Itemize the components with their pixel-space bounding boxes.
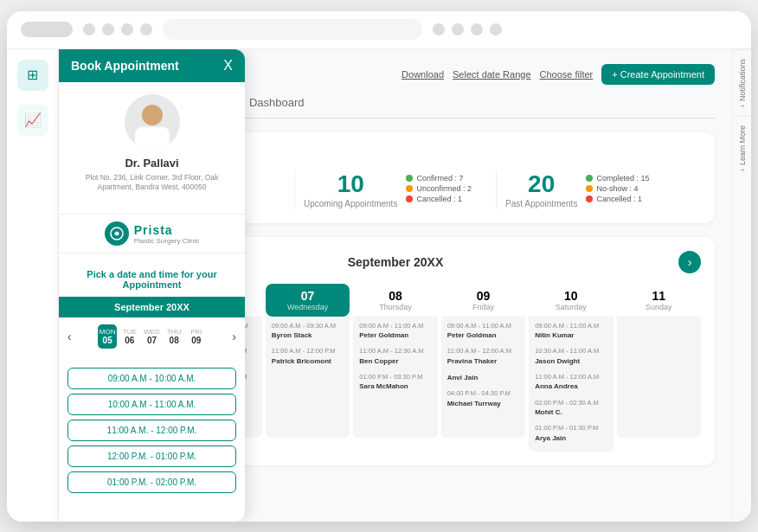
event-time: 09:00 A.M - 09:30 A.M (272, 322, 344, 331)
event-entry-08-1[interactable]: 11:00 A.M - 12:30 A.MBen Copper (357, 345, 434, 368)
day-header-11[interactable]: 11Sunday (617, 284, 701, 317)
unconfirmed-label: Unconfirmed : 2 (416, 184, 472, 193)
event-entry-09-2[interactable]: Anvi Jain (445, 371, 522, 384)
day-header-10[interactable]: 10Saturday (529, 284, 613, 317)
event-name: Pravina Thaker (447, 356, 519, 366)
app-body: ⊞ 📈 Book Appointment X Dr. Pallavi (7, 49, 751, 522)
mini-day-label: MON (100, 328, 116, 336)
event-entry-10-1[interactable]: 10:30 A.M - 11:00 A.MJason Dwight (532, 345, 609, 368)
browser-dot-8 (490, 23, 502, 35)
event-entry-10-0[interactable]: 09:00 A.M - 11:00 A.MNitin Kumar (532, 320, 609, 343)
tab-dashboard[interactable]: Dashboard (249, 96, 305, 118)
event-time: 01:00 P.M - 01:30 P.M (535, 424, 607, 433)
book-appointment-modal: Book Appointment X Dr. Pallavi Plot No. … (59, 49, 245, 522)
day-header-09[interactable]: 09Friday (441, 284, 525, 317)
browser-back-pill[interactable] (21, 22, 73, 37)
mini-day-08[interactable]: THU08 (164, 324, 184, 349)
mini-cal-prev-button[interactable]: ‹ (67, 330, 72, 343)
mini-day-label: FRI (189, 328, 205, 336)
learn-more-label: Learn More (738, 125, 747, 165)
time-slot-4[interactable]: 01:00 P.M. - 02:00 P.M. (67, 471, 236, 493)
time-slot-1[interactable]: 10:00 A.M - 11:00 A.M. (67, 394, 236, 415)
browser-dot-4 (140, 23, 152, 35)
event-entry-09-1[interactable]: 11:00 A.M - 12:00 A.MPravina Thaker (445, 345, 522, 368)
event-time: 09:00 A.M - 11:00 A.M (535, 322, 607, 331)
mini-day-07[interactable]: WED07 (142, 324, 162, 349)
event-entry-08-0[interactable]: 09:00 A.M - 11:00 A.MPeter Goldman (357, 320, 434, 343)
event-entry-07-1[interactable]: 11:00 A.M - 12:00 P.MPatrick Bricomont (269, 345, 346, 368)
mini-day-num: 07 (144, 336, 160, 345)
cancelled-upcoming-label: Cancelled : 1 (416, 195, 462, 203)
event-entry-10-3[interactable]: 02:00 P.M - 02:30 A.MMohit C. (532, 397, 609, 420)
mini-day-num: 08 (166, 336, 183, 345)
event-entry-10-2[interactable]: 11:00 A.M - 12:00 A.MAnna Andrea (532, 371, 609, 394)
day-name: Friday (443, 303, 524, 311)
modal-close-button[interactable]: X (223, 58, 233, 74)
create-appointment-button[interactable]: + Create Appointment (601, 64, 715, 85)
day-number: 08 (355, 289, 435, 303)
day-header-08[interactable]: 08Thursday (353, 284, 437, 317)
learn-more-panel-tab[interactable]: › Learn More (733, 116, 751, 180)
month-bar: September 20XX (59, 297, 245, 317)
event-entry-10-4[interactable]: 01:00 P.M - 01:30 P.MArya Jain (532, 422, 609, 445)
day-name: Thursday (355, 303, 435, 311)
day-header-07[interactable]: 07Wednesday (266, 284, 350, 317)
sidebar-icon-dashboard[interactable]: ⊞ (17, 60, 48, 91)
clinic-name: Prista (134, 223, 200, 237)
no-show-dot (586, 185, 593, 192)
event-time: 02:00 P.M - 02:30 A.M (535, 399, 607, 408)
event-time: 04:00 P.M - 04:30 P.M (447, 389, 519, 399)
mini-day-09[interactable]: FRI09 (187, 324, 207, 349)
browser-window: ⊞ 📈 Book Appointment X Dr. Pallavi (7, 11, 751, 522)
day-name: Wednesday (267, 303, 348, 311)
event-time: 11:00 A.M - 12:30 A.M (359, 347, 431, 356)
unconfirmed-dot (406, 185, 413, 192)
stat-past-number: 20 (505, 170, 577, 198)
sidebar-icon-chart[interactable]: 📈 (17, 105, 48, 136)
browser-dot-7 (471, 23, 483, 35)
mini-day-label: THU (166, 328, 183, 336)
day-col-07: 07Wednesday09:00 A.M - 09:30 A.MByron St… (266, 284, 350, 452)
mini-cal-days: MON05TUE06WED07THU08FRI09 (98, 324, 206, 349)
day-number: 09 (443, 289, 524, 303)
legend-cancelled-past: Cancelled : 1 (586, 195, 649, 203)
event-entry-09-0[interactable]: 09:00 A.M - 11:00 A.MPeter Goldman (445, 320, 522, 343)
time-slot-3[interactable]: 12:00 P.M. - 01:00 P.M. (67, 445, 236, 467)
pick-time-text: Pick a date and time for your Appointmen… (59, 262, 245, 297)
cancelled-upcoming-dot (406, 195, 413, 202)
day-name: Sunday (619, 303, 699, 311)
browser-right-dots (433, 23, 502, 35)
event-name: Ben Copper (359, 356, 431, 366)
event-entry-07-0[interactable]: 09:00 A.M - 09:30 A.MByron Stack (269, 320, 346, 343)
doctor-body (135, 127, 170, 150)
day-events-07: 09:00 A.M - 09:30 A.MByron Stack11:00 A.… (266, 317, 350, 438)
cal-next-button[interactable]: › (678, 251, 701, 273)
time-slots-container: 09:00 A.M - 10:00 A.M.10:00 A.M - 11:00 … (59, 361, 245, 500)
past-legend: Completed : 15 No-show : 4 Cancelled : 1 (586, 174, 649, 205)
mini-day-label: TUE (121, 328, 138, 336)
mini-cal-next-button[interactable]: › (232, 330, 236, 343)
day-number: 10 (530, 289, 611, 303)
event-time: 11:00 A.M - 12:00 A.M (535, 373, 607, 382)
time-slot-0[interactable]: 09:00 A.M - 10:00 A.M. (67, 368, 236, 389)
filter-link[interactable]: Choose filter (540, 69, 594, 80)
mini-day-05[interactable]: MON05 (98, 324, 118, 349)
event-name: Peter Goldman (359, 330, 431, 340)
download-link[interactable]: Download (401, 69, 444, 80)
notifications-panel-tab[interactable]: › Notifications (733, 49, 751, 116)
mini-day-num: 05 (100, 336, 116, 345)
event-time: 01:00 P.M - 03:30 P.M (359, 373, 431, 382)
browser-dots (83, 23, 152, 35)
date-range-link[interactable]: Select date Range (453, 69, 531, 80)
modal-title: Book Appointment (71, 59, 179, 73)
mini-day-06[interactable]: TUE06 (119, 324, 139, 349)
browser-bar (7, 11, 751, 49)
doctor-avatar (125, 94, 180, 150)
day-col-09: 09Friday09:00 A.M - 11:00 A.MPeter Goldm… (441, 284, 525, 452)
url-bar[interactable] (163, 19, 422, 40)
event-entry-08-2[interactable]: 01:00 P.M - 03:30 P.MSara McMahon (357, 371, 434, 394)
day-events-08: 09:00 A.M - 11:00 A.MPeter Goldman11:00 … (353, 317, 437, 438)
completed-label: Completed : 15 (596, 174, 649, 183)
time-slot-2[interactable]: 11:00 A.M. - 12:00 P.M. (67, 420, 236, 441)
event-entry-09-3[interactable]: 04:00 P.M - 04:30 P.MMichael Turrway (445, 388, 522, 410)
